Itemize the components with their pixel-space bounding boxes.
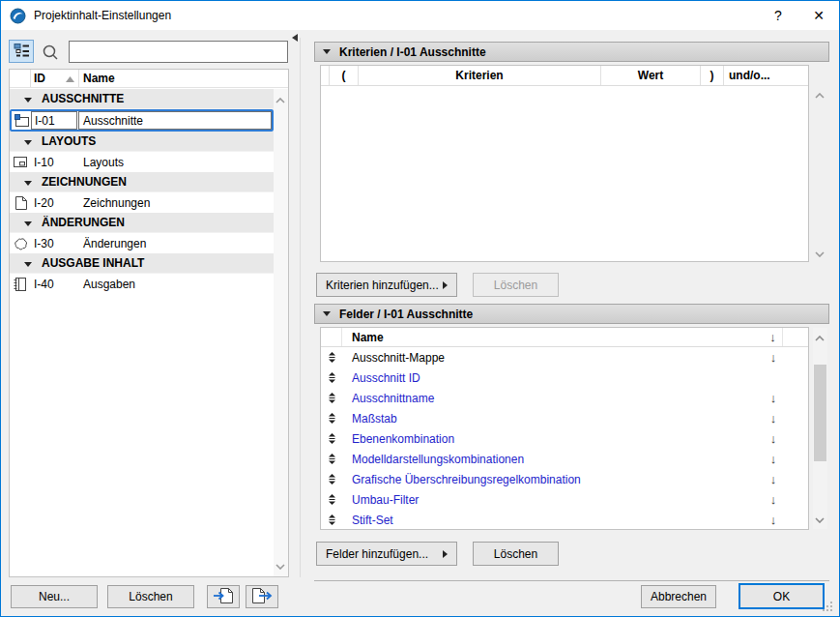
field-row[interactable]: Umbau-Filter↓ [321, 489, 808, 510]
splitter-collapse-icon[interactable] [292, 31, 298, 44]
collapse-down-icon [24, 175, 32, 189]
sort-direction-icon[interactable]: ↓ [764, 449, 783, 469]
reorder-handle-icon[interactable] [321, 489, 342, 510]
criteria-col-close-paren[interactable]: ) [701, 66, 724, 85]
search-input[interactable] [69, 41, 288, 63]
tree-header-name[interactable]: Name [79, 72, 288, 85]
field-name: Maßstab [342, 408, 764, 428]
criteria-col-open-paren[interactable]: ( [330, 66, 359, 85]
titlebar: Projektinhalt-Einstellungen ? ✕ [1, 1, 839, 30]
item-id-editor[interactable]: I-01 [31, 111, 77, 130]
item-id: I-40 [31, 278, 79, 291]
tree-header-id[interactable]: ID [31, 70, 79, 87]
sort-direction-icon[interactable]: ↓ [764, 408, 783, 428]
ok-button[interactable]: OK [739, 583, 825, 609]
sort-direction-icon[interactable]: ↓ [764, 328, 783, 346]
tree-group-header[interactable]: ÄNDERUNGEN [10, 213, 274, 233]
sort-direction-icon[interactable]: ↓ [764, 469, 783, 489]
sort-direction-icon[interactable]: ↓ [764, 428, 783, 449]
criteria-section-title: Kriterien / I-01 Ausschnitte [339, 45, 486, 59]
resize-grip[interactable] [822, 601, 833, 615]
tree-scrollbar[interactable] [274, 89, 288, 576]
collapse-down-icon [323, 311, 331, 316]
field-row[interactable]: Ebenenkombination↓ [321, 428, 808, 449]
app-logo-icon [10, 8, 26, 24]
criteria-col-kriterien[interactable]: Kriterien [359, 66, 601, 85]
reorder-handle-icon[interactable] [321, 469, 342, 489]
issue-book-icon [10, 277, 31, 292]
reorder-handle-icon[interactable] [321, 510, 342, 530]
tree-view-toggle-button[interactable] [9, 40, 34, 63]
scroll-down-icon[interactable] [815, 247, 825, 260]
reorder-handle-icon[interactable] [321, 428, 342, 449]
export-button[interactable] [246, 585, 278, 608]
help-button[interactable]: ? [758, 1, 798, 30]
scrollbar-thumb[interactable] [814, 365, 826, 461]
tree-group-header[interactable]: AUSGABE INHALT [10, 253, 274, 274]
fields-section-title: Felder / I-01 Ausschnitte [339, 308, 473, 321]
scroll-down-icon[interactable] [275, 559, 285, 573]
item-name-editor[interactable]: Ausschnitte [78, 111, 272, 130]
field-extra-cell [783, 489, 808, 510]
tree-item-i-40[interactable]: I-40Ausgaben [10, 274, 274, 294]
scroll-down-icon[interactable] [815, 513, 825, 526]
new-button[interactable]: Neu... [11, 585, 98, 608]
sort-direction-icon[interactable]: ↓ [764, 510, 783, 530]
criteria-scrollbar[interactable] [813, 88, 827, 260]
menu-arrow-icon [443, 547, 448, 561]
import-icon [213, 587, 234, 607]
tree-group-header[interactable]: AUSSCHNITTE [10, 89, 274, 109]
field-name: Ebenenkombination [342, 428, 764, 449]
close-button[interactable]: ✕ [798, 1, 839, 30]
sort-direction-icon[interactable]: ↓ [764, 347, 783, 367]
field-row[interactable]: Ausschnittname↓ [321, 388, 808, 408]
tree-group-label: ZEICHNUNGEN [42, 175, 127, 189]
field-name: Grafische Überschreibungsregelkombinatio… [342, 469, 764, 489]
import-button[interactable] [207, 585, 240, 608]
item-id: I-30 [31, 237, 79, 250]
criteria-section-header[interactable]: Kriterien / I-01 Ausschnitte [314, 42, 829, 62]
delete-item-button[interactable]: Löschen [107, 585, 194, 608]
panel-splitter[interactable] [300, 38, 301, 577]
reorder-handle-icon[interactable] [321, 449, 342, 469]
reorder-handle-icon[interactable] [321, 367, 342, 388]
fields-section-header[interactable]: Felder / I-01 Ausschnitte [314, 304, 829, 324]
field-row[interactable]: Grafische Überschreibungsregelkombinatio… [321, 469, 808, 489]
field-row[interactable]: Stift-Set↓ [321, 510, 808, 530]
field-extra-cell [783, 367, 808, 388]
fields-scrollbar[interactable] [813, 328, 827, 529]
scroll-up-icon[interactable] [275, 93, 285, 106]
scroll-up-icon[interactable] [815, 331, 825, 344]
tree-item-i-01[interactable]: I-01Ausschnitte [10, 109, 274, 132]
cancel-button[interactable]: Abbrechen [641, 585, 716, 608]
criteria-table: ( Kriterien Wert ) und/o... [320, 65, 809, 262]
delete-fields-button[interactable]: Löschen [473, 542, 559, 566]
tree-group-header[interactable]: ZEICHNUNGEN [10, 172, 274, 192]
tree-item-i-20[interactable]: I-20Zeichnungen [10, 192, 274, 213]
tree-header-icon-col [10, 70, 31, 87]
sort-ascending-icon [66, 72, 74, 85]
reorder-handle-icon[interactable] [321, 347, 342, 367]
viewport-icon [12, 113, 31, 128]
sort-direction-icon[interactable]: ↓ [764, 489, 783, 510]
criteria-header-row: ( Kriterien Wert ) und/o... [321, 66, 808, 86]
item-name: Änderungen [79, 237, 274, 250]
tree-item-i-30[interactable]: I-30Änderungen [10, 233, 274, 253]
tree-item-i-10[interactable]: I-10Layouts [10, 152, 274, 172]
criteria-col-wert[interactable]: Wert [601, 66, 701, 85]
field-extra-cell [783, 469, 808, 489]
scroll-up-icon[interactable] [815, 88, 825, 102]
criteria-col-undoder[interactable]: und/o... [724, 66, 808, 85]
tree-rows: AUSSCHNITTEI-01AusschnitteLAYOUTSI-10Lay… [10, 89, 274, 576]
sort-direction-icon[interactable]: ↓ [764, 388, 783, 408]
fields-col-name[interactable]: Name [342, 328, 764, 346]
field-row[interactable]: Ausschnitt-Mappe↓ [321, 347, 808, 367]
field-row[interactable]: Maßstab↓ [321, 408, 808, 428]
reorder-handle-icon[interactable] [321, 408, 342, 428]
field-row[interactable]: Modelldarstellungskombinationen↓ [321, 449, 808, 469]
add-criteria-button[interactable]: Kriterien hinzufügen... [316, 273, 457, 297]
tree-group-header[interactable]: LAYOUTS [10, 132, 274, 152]
add-fields-button[interactable]: Felder hinzufügen... [316, 542, 457, 566]
field-row[interactable]: Ausschnitt ID [321, 367, 808, 388]
reorder-handle-icon[interactable] [321, 388, 342, 408]
